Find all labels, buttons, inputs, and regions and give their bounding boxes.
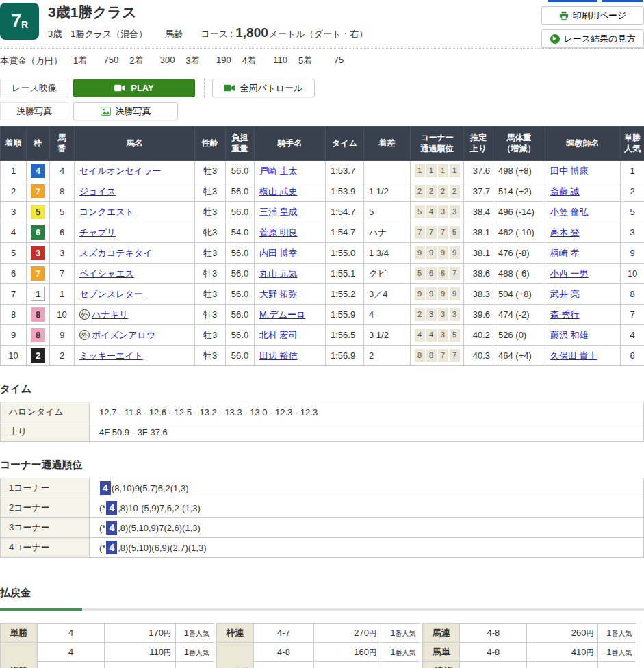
prize-place: 5着 [298, 55, 312, 67]
payout-popularity: 1番人気 [381, 643, 420, 662]
corner-order-table: 1コーナー 4(8,10)9(5,7)6,2(1,3) 2コーナー (*4,8)… [0, 478, 644, 558]
course-distance: 1,800 [235, 25, 268, 40]
horse-link[interactable]: ミッキーエイト [79, 350, 143, 361]
jockey-link[interactable]: 内田 博幸 [259, 248, 298, 258]
prize-amount: 75 [312, 55, 344, 67]
finish-photo-button-label: 決勝写真 [116, 105, 151, 118]
foreign-mark: 外 [79, 330, 90, 340]
horse-link[interactable]: コンクエスト [79, 207, 134, 217]
top-link-bar-1[interactable] [548, 0, 597, 2]
corner-pos: 9 [438, 246, 448, 259]
print-page-button[interactable]: 印刷用ページ [541, 6, 644, 25]
result-guide-button[interactable]: ▶ レース結果の見方 [541, 29, 644, 48]
jockey-link[interactable]: 菅原 明良 [259, 227, 298, 237]
trainer-link[interactable]: 武井 亮 [550, 289, 580, 299]
corner-pos: 5 [415, 267, 425, 280]
play-button[interactable]: PLAY [73, 79, 195, 97]
jockey-link[interactable]: 横山 武史 [259, 186, 298, 196]
payout-combo: 4-7 [254, 624, 314, 643]
corner-order-rest: ,8)10-(5,9)7,6,2-(1,3) [118, 503, 201, 513]
corner-order-cell: 9999 [411, 284, 464, 305]
trainer-link[interactable]: 小西 一男 [550, 268, 589, 279]
payout-type-label: 馬連 [423, 624, 460, 643]
trainer-link[interactable]: 田中 博康 [550, 166, 589, 176]
foreign-mark: 外 [79, 309, 90, 320]
popularity-cell: 3 [621, 222, 644, 243]
horse-weight-cell: 498 (+8) [493, 161, 545, 181]
prize-place: 3着 [185, 55, 199, 67]
horse-name-cell: コンクエスト [75, 202, 195, 222]
margin-cell: ハナ [364, 222, 411, 243]
jockey-link[interactable]: 三浦 皇成 [259, 207, 298, 217]
trainer-link[interactable]: 藤沢 和雄 [550, 330, 589, 340]
table-row: 10 2 2 ミッキーエイト 牡3 56.0 田辺 裕信 1:56.9 2 88… [1, 346, 644, 366]
trainer-link[interactable]: 斎藤 誠 [550, 186, 580, 196]
leader-highlight: 4 [106, 541, 117, 554]
trainer-link[interactable]: 高木 登 [550, 227, 580, 237]
col-header-trainer: 調教師名 [545, 127, 621, 161]
prize-item: 4着110 [242, 55, 287, 67]
jockey-link[interactable]: 戸崎 圭太 [259, 166, 298, 176]
horse-number-cell: 6 [50, 222, 75, 243]
patrol-video-button[interactable]: 全周パトロール [212, 79, 315, 97]
trainer-cell: 森 秀行 [545, 305, 621, 325]
horse-link[interactable]: ハナキリ [92, 309, 128, 320]
payout-table-win-place: 単勝 4 170円 1番人気 複勝 4 110円 1番人気 8 130円 2番人… [0, 623, 214, 668]
horse-link[interactable]: チャプリ [79, 227, 116, 237]
horse-link[interactable]: ポイズンアロウ [92, 330, 155, 340]
jockey-link[interactable]: 大野 拓弥 [259, 289, 298, 299]
payout-combo: 4-5 [254, 662, 314, 668]
margin-cell: 1 3/4 [364, 243, 411, 264]
horse-weight-cell: 504 (+8) [493, 284, 545, 305]
waku-badge: 4 [31, 164, 45, 178]
table-row: 9 8 9 外ポイズンアロウ 牡3 56.0 北村 宏司 1:56.5 3 1/… [1, 325, 644, 346]
weight-cell: 56.0 [226, 305, 255, 325]
trainer-link[interactable]: 小笠 倫弘 [550, 207, 589, 217]
payout-amount: 260円 [527, 624, 598, 643]
corner-pos: 3 [450, 308, 460, 321]
time-cell: 1:55.0 [326, 243, 364, 264]
trainer-cell: 武井 亮 [545, 284, 621, 305]
last3f-cell: 37.7 [464, 181, 493, 202]
col-header-horse-name: 馬名 [75, 127, 195, 161]
arrow-circle-icon: ▶ [550, 34, 560, 44]
waku-cell: 8 [27, 325, 50, 346]
sex-age-cell: 牡3 [195, 284, 226, 305]
trainer-link[interactable]: 久保田 貴士 [550, 350, 597, 361]
jockey-link[interactable]: 田辺 裕信 [259, 350, 298, 361]
horse-link[interactable]: セイルオンセイラー [79, 166, 161, 176]
jockey-link[interactable]: M.デムーロ [259, 309, 305, 320]
time-section-title: タイム [0, 383, 644, 396]
furlong-time-value: 12.7 - 11.8 - 12.6 - 12.5 - 13.2 - 13.3 … [90, 402, 644, 422]
prize-place: 1着 [73, 55, 87, 67]
jockey-link[interactable]: 丸山 元気 [259, 268, 298, 279]
payout-amount: 110円 [105, 643, 176, 662]
horse-weight-cell: 462 (-10) [493, 222, 545, 243]
trainer-cell: 高木 登 [545, 222, 621, 243]
col-header-weight: 負担重量 [226, 127, 255, 161]
finish-photo-row: 決勝写真 決勝写真 [0, 102, 644, 120]
trainer-cell: 斎藤 誠 [545, 181, 621, 202]
top-link-bar-2[interactable] [602, 0, 643, 2]
finish-photo-button[interactable]: 決勝写真 [73, 102, 178, 120]
table-row: 枠連 4-7 270円 1番人気 [217, 624, 420, 643]
corner-pos: 2 [415, 308, 425, 321]
corner-pos: 4 [426, 205, 437, 218]
sex-age-cell: 牡3 [195, 202, 226, 222]
waku-badge: 6 [31, 225, 45, 240]
horse-link[interactable]: ペイシャエス [79, 268, 134, 279]
payout-divider-accent [0, 608, 82, 611]
corner-pos: 6 [426, 267, 437, 280]
horse-weight-cell: 476 (-8) [493, 243, 545, 264]
payout-amount: 130円 [105, 662, 176, 668]
trainer-cell: 柄崎 孝 [545, 243, 621, 264]
rank-cell: 9 [1, 325, 27, 346]
trainer-cell: 田中 博康 [545, 161, 621, 181]
trainer-link[interactable]: 柄崎 孝 [550, 248, 580, 258]
horse-link[interactable]: スズカコテキタイ [79, 248, 152, 258]
trainer-link[interactable]: 森 秀行 [550, 309, 580, 320]
waku-badge: 3 [31, 246, 45, 260]
horse-link[interactable]: ジョイス [79, 186, 116, 196]
horse-link[interactable]: セブンスレター [79, 289, 143, 299]
jockey-link[interactable]: 北村 宏司 [259, 330, 298, 340]
